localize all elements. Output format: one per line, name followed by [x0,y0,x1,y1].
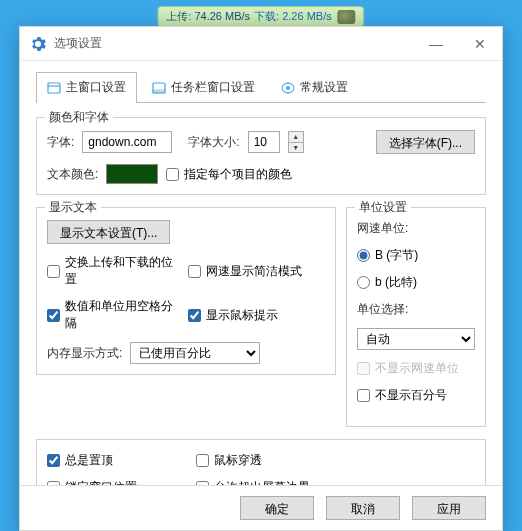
stepper-down-icon[interactable]: ▼ [289,142,303,153]
checkbox-always-top[interactable]: 总是置顶 [47,452,188,469]
font-input[interactable] [82,131,172,153]
checkbox-hide-speed-unit: 不显示网速单位 [357,360,459,377]
legend-display-text: 显示文本 [45,199,101,216]
memory-display-label: 内存显示方式: [47,345,122,362]
gear-icon [30,36,46,52]
legend-colors-fonts: 颜色和字体 [45,109,113,126]
group-display-text: 显示文本 显示文本设置(T)... 交换上传和下载的位置 网速显示简洁模式 数值… [36,207,336,375]
download-label: 下载: 2.26 MB/s [254,9,332,24]
svg-point-4 [286,86,290,90]
font-label: 字体: [47,134,74,151]
svg-rect-3 [153,90,165,93]
group-unit: 单位设置 网速单位: B (字节) b (比特) 单位选择: 自动 不显示网速单… [346,207,486,427]
tab-taskbar-window[interactable]: 任务栏窗口设置 [141,72,266,102]
taskbar-icon [152,81,166,95]
legend-unit: 单位设置 [355,199,411,216]
minimize-button[interactable]: — [414,29,458,59]
settings-window: 选项设置 — ✕ 主窗口设置 任务栏窗口设置 常规设置 颜色和字体 字体: 字体… [19,26,503,531]
text-color-label: 文本颜色: [47,166,98,183]
cancel-button[interactable]: 取消 [326,496,400,520]
checkbox-swap-updown[interactable]: 交换上传和下载的位置 [47,254,180,288]
tab-main-window[interactable]: 主窗口设置 [36,72,137,102]
radio-bit[interactable]: b (比特) [357,274,417,291]
titlebar: 选项设置 — ✕ [20,27,502,61]
window-icon [47,81,61,95]
speed-indicator: 上传: 74.26 MB/s 下载: 2.26 MB/s [157,6,364,27]
checkbox-space-separator[interactable]: 数值和单位用空格分隔 [47,298,180,332]
font-size-label: 字体大小: [188,134,239,151]
font-size-input[interactable] [248,131,280,153]
group-bottom: 总是置顶 鼠标穿透 锁定窗口位置 允许超出屏幕边界 [36,439,486,485]
display-text-settings-button[interactable]: 显示文本设置(T)... [47,220,170,244]
unit-select[interactable]: 自动 [357,328,475,350]
checkbox-hide-percent[interactable]: 不显示百分号 [357,387,447,404]
font-size-stepper[interactable]: ▲ ▼ [288,131,304,153]
decoration-icon [338,10,356,24]
checkbox-per-item-color[interactable]: 指定每个项目的颜色 [166,166,292,183]
gear-small-icon [281,81,295,95]
close-button[interactable]: ✕ [458,29,502,59]
memory-display-select[interactable]: 已使用百分比 [130,342,260,364]
checkbox-compact-speed[interactable]: 网速显示简洁模式 [188,263,302,280]
dialog-buttons: 确定 取消 应用 [20,485,502,530]
unit-select-label: 单位选择: [357,301,408,318]
checkbox-mouse-tooltip[interactable]: 显示鼠标提示 [188,307,278,324]
tab-general[interactable]: 常规设置 [270,72,359,102]
choose-font-button[interactable]: 选择字体(F)... [376,130,475,154]
text-color-swatch[interactable] [106,164,158,184]
radio-byte[interactable]: B (字节) [357,247,418,264]
ok-button[interactable]: 确定 [240,496,314,520]
tab-content: 颜色和字体 字体: 字体大小: ▲ ▼ 选择字体(F)... 文本颜色: 指定每… [20,103,502,485]
speed-unit-label: 网速单位: [357,220,408,237]
window-title: 选项设置 [54,35,102,52]
checkbox-mouse-through[interactable]: 鼠标穿透 [196,452,262,469]
svg-rect-0 [48,83,60,93]
group-colors-fonts: 颜色和字体 字体: 字体大小: ▲ ▼ 选择字体(F)... 文本颜色: 指定每… [36,117,486,195]
stepper-up-icon[interactable]: ▲ [289,132,303,142]
tabs: 主窗口设置 任务栏窗口设置 常规设置 [20,61,502,102]
upload-label: 上传: 74.26 MB/s [166,9,250,24]
apply-button[interactable]: 应用 [412,496,486,520]
